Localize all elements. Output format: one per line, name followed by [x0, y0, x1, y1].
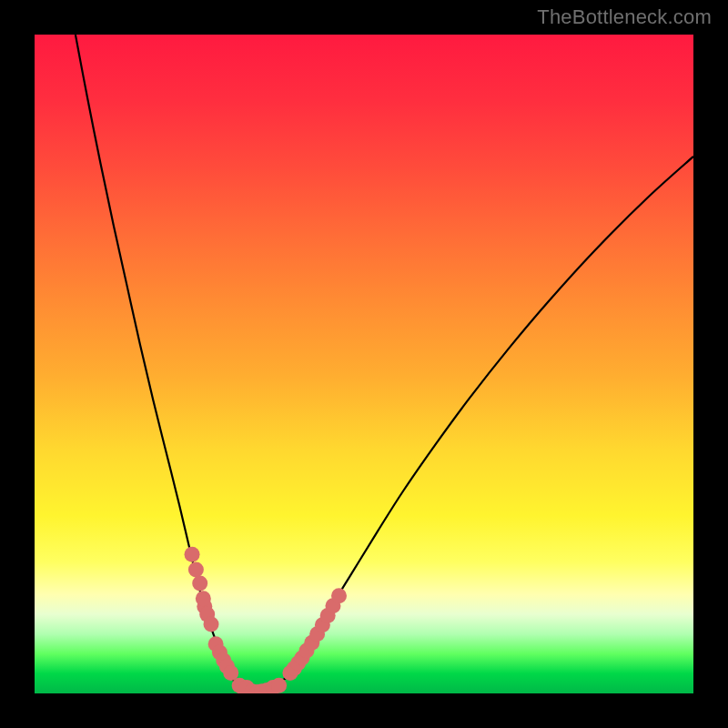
watermark-text: TheBottleneck.com: [537, 5, 712, 29]
bottleneck-curve: [76, 35, 693, 693]
data-dot: [331, 588, 347, 603]
data-dot: [196, 591, 211, 606]
data-dot: [271, 678, 287, 693]
plot-area: [35, 35, 693, 693]
data-dot: [192, 576, 207, 592]
chart-container: TheBottleneck.com: [0, 0, 728, 728]
data-dot: [223, 665, 238, 681]
data-dot: [204, 616, 219, 632]
data-dot: [185, 547, 200, 562]
data-dot: [188, 561, 204, 577]
chart-svg: [35, 35, 693, 693]
